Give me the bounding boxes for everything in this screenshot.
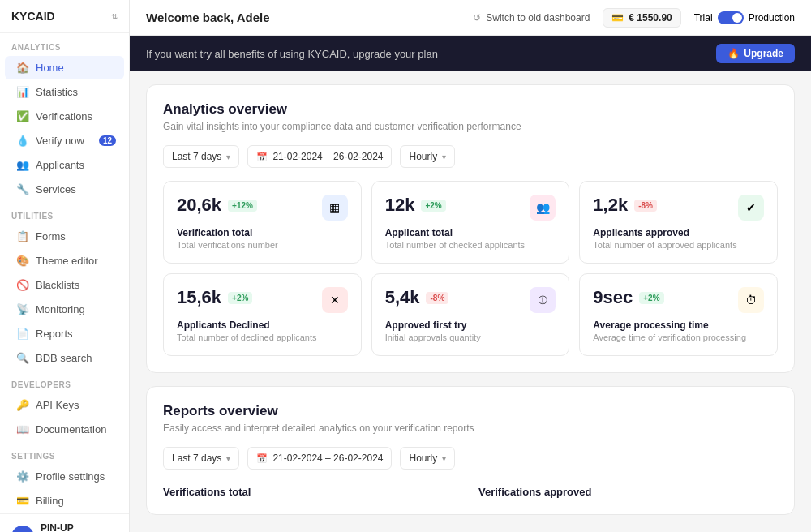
statistics-icon: 📊 bbox=[16, 86, 29, 98]
sidebar-footer[interactable]: P PIN-UP Compliance manager ⇅ bbox=[0, 513, 129, 532]
reports-date-range-filter[interactable]: 📅 21-02-2024 – 26-02-2024 bbox=[247, 447, 392, 470]
metric-top-1: 12k +2% 👥 bbox=[385, 195, 556, 221]
theme-editor-icon: 🎨 bbox=[16, 255, 29, 267]
analytics-filters: Last 7 days ▾ 📅 21-02-2024 – 26-02-2024 … bbox=[163, 145, 778, 168]
metric-top-2: 1,2k -8% ✔ bbox=[593, 195, 764, 221]
blacklists-icon: 🚫 bbox=[16, 279, 29, 291]
metric-badge-3: +2% bbox=[228, 292, 252, 304]
sidebar: KYCAID ⇅ Analytics🏠Home📊Statistics✅Verif… bbox=[0, 0, 130, 532]
metrics-grid: 20,6k +12% ▦ Verification total Total ve… bbox=[163, 181, 778, 356]
metric-desc-5: Average time of verification processing bbox=[593, 332, 764, 342]
banner-text: If you want try all benefits of using KY… bbox=[146, 48, 438, 60]
monitoring-icon: 📡 bbox=[16, 303, 29, 315]
metric-card-3: 15,6k +2% ✕ Applicants Declined Total nu… bbox=[163, 273, 362, 356]
sidebar-item-label-bdb-search: BDB search bbox=[36, 352, 92, 364]
metric-card-0: 20,6k +12% ▦ Verification total Total ve… bbox=[163, 181, 362, 264]
sidebar-item-label-home: Home bbox=[36, 62, 64, 74]
date-range-filter[interactable]: 📅 21-02-2024 – 26-02-2024 bbox=[247, 145, 392, 168]
avatar: P bbox=[11, 526, 34, 532]
analytics-title: Analytics overview bbox=[163, 101, 778, 118]
sidebar-item-label-reports: Reports bbox=[36, 328, 73, 340]
metric-value-4: 5,4k bbox=[385, 287, 420, 308]
sidebar-section-label: Developers bbox=[0, 371, 129, 393]
sidebar-item-api-keys[interactable]: 🔑API Keys bbox=[5, 393, 124, 417]
metric-card-1: 12k +2% 👥 Applicant total Total number o… bbox=[371, 181, 570, 264]
switch-old-dashboard[interactable]: ↺ Switch to old dashboard bbox=[473, 12, 590, 24]
reports-period-chevron-icon: ▾ bbox=[226, 454, 230, 463]
sidebar-item-documentation[interactable]: 📖Documentation bbox=[5, 418, 124, 441]
sidebar-logo[interactable]: KYCAID ⇅ bbox=[0, 0, 129, 33]
metric-desc-1: Total number of checked applicants bbox=[385, 240, 556, 250]
sidebar-item-statistics[interactable]: 📊Statistics bbox=[5, 80, 124, 104]
sidebar-item-services[interactable]: 🔧Services bbox=[5, 178, 124, 201]
metric-value-3: 15,6k bbox=[177, 287, 221, 308]
period-chevron-icon: ▾ bbox=[226, 152, 230, 161]
sidebar-item-label-services: Services bbox=[36, 183, 76, 195]
metric-top-5: 9sec +2% ⏱ bbox=[593, 287, 764, 313]
metric-label-4: Approved first try bbox=[385, 320, 556, 331]
sidebar-item-profile-settings[interactable]: ⚙️Profile settings bbox=[5, 465, 124, 488]
sidebar-item-label-statistics: Statistics bbox=[36, 86, 78, 98]
sidebar-item-blacklists[interactable]: 🚫Blacklists bbox=[5, 273, 124, 297]
sidebar-item-label-applicants: Applicants bbox=[36, 159, 84, 171]
period-select[interactable]: Last 7 days ▾ bbox=[163, 145, 239, 168]
sidebar-item-verifications[interactable]: ✅Verifications bbox=[5, 105, 124, 128]
metric-desc-3: Total number of declined applicants bbox=[177, 332, 348, 342]
upgrade-banner: If you want try all benefits of using KY… bbox=[130, 36, 811, 71]
interval-chevron-icon: ▾ bbox=[442, 152, 446, 161]
reports-subtitle: Easily access and interpret detailed ana… bbox=[163, 423, 778, 434]
reports-interval-select[interactable]: Hourly ▾ bbox=[400, 447, 455, 470]
sidebar-item-reports[interactable]: 📄Reports bbox=[5, 322, 124, 345]
upgrade-button[interactable]: 🔥 Upgrade bbox=[716, 44, 795, 63]
toggle-track[interactable] bbox=[718, 11, 744, 24]
metric-badge-1: +2% bbox=[421, 200, 445, 212]
logo-text: KYCAID bbox=[11, 10, 55, 23]
upgrade-label: Upgrade bbox=[744, 48, 783, 59]
metric-badge-4: -8% bbox=[426, 292, 448, 304]
production-label: Production bbox=[749, 12, 795, 24]
verify-now-icon: 💧 bbox=[16, 135, 29, 147]
sidebar-item-bdb-search[interactable]: 🔍BDB search bbox=[5, 346, 124, 370]
date-range-value: 21-02-2024 – 26-02-2024 bbox=[272, 151, 383, 162]
reports-col-1: Verifications total bbox=[163, 486, 462, 498]
sidebar-item-home[interactable]: 🏠Home bbox=[5, 56, 124, 79]
reports-overview-card: Reports overview Easily access and inter… bbox=[146, 386, 795, 515]
billing-icon: 💳 bbox=[16, 495, 29, 507]
reports-interval-value: Hourly bbox=[409, 453, 437, 464]
metric-icon-3: ✕ bbox=[322, 287, 348, 313]
sidebar-item-forms[interactable]: 📋Forms bbox=[5, 225, 124, 248]
sidebar-item-label-billing: Billing bbox=[36, 495, 64, 507]
reports-col-2-title: Verifications approved bbox=[478, 486, 778, 498]
sidebar-item-monitoring[interactable]: 📡Monitoring bbox=[5, 298, 124, 321]
sidebar-item-verify-now[interactable]: 💧Verify now12 bbox=[5, 129, 124, 152]
reports-filters: Last 7 days ▾ 📅 21-02-2024 – 26-02-2024 … bbox=[163, 447, 778, 470]
sidebar-item-label-api-keys: API Keys bbox=[36, 399, 79, 411]
reports-calendar-icon: 📅 bbox=[256, 453, 268, 464]
analytics-overview-card: Analytics overview Gain vital insights i… bbox=[146, 84, 795, 373]
metric-label-3: Applicants Declined bbox=[177, 320, 348, 331]
metric-badge-0: +12% bbox=[228, 200, 257, 212]
main-content: Welcome back, Adele ↺ Switch to old dash… bbox=[130, 0, 811, 532]
reports-title: Reports overview bbox=[163, 403, 778, 419]
banner-right: 🔥 Upgrade bbox=[716, 44, 795, 63]
reports-col-2: Verifications approved bbox=[478, 486, 778, 498]
sidebar-nav: Analytics🏠Home📊Statistics✅Verifications💧… bbox=[0, 33, 129, 513]
reports-interval-chevron-icon: ▾ bbox=[442, 454, 446, 463]
sidebar-item-theme-editor[interactable]: 🎨Theme editor bbox=[5, 249, 124, 272]
metric-value-row-4: 5,4k -8% bbox=[385, 287, 449, 308]
metric-label-2: Applicants approved bbox=[593, 227, 764, 238]
sidebar-item-applicants[interactable]: 👥Applicants bbox=[5, 153, 124, 177]
metric-card-4: 5,4k -8% ① Approved first try Initial ap… bbox=[371, 273, 570, 356]
interval-value: Hourly bbox=[409, 151, 437, 162]
metric-value-row-0: 20,6k +12% bbox=[177, 195, 257, 216]
period-value: Last 7 days bbox=[172, 151, 221, 162]
sidebar-item-label-documentation: Documentation bbox=[36, 423, 106, 435]
reports-period-select[interactable]: Last 7 days ▾ bbox=[163, 447, 239, 470]
sidebar-item-billing[interactable]: 💳Billing bbox=[5, 489, 124, 513]
sidebar-item-label-forms: Forms bbox=[36, 230, 66, 242]
topbar: Welcome back, Adele ↺ Switch to old dash… bbox=[130, 0, 811, 36]
metric-top-3: 15,6k +2% ✕ bbox=[177, 287, 348, 313]
balance-display: 💳 € 1550.90 bbox=[603, 8, 680, 28]
interval-select[interactable]: Hourly ▾ bbox=[400, 145, 455, 168]
home-icon: 🏠 bbox=[16, 62, 29, 74]
